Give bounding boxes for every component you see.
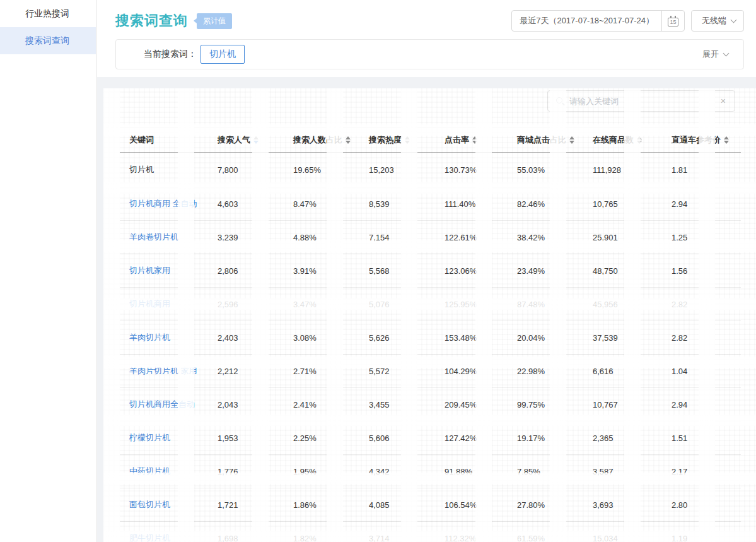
- table-row: 切片机商用2,5963.47%5,076125.95%87.48%45,9562…: [120, 288, 741, 321]
- value-cell: 2,403: [218, 333, 293, 343]
- value-cell: 3,693: [593, 500, 672, 510]
- sort-icon[interactable]: [637, 136, 642, 144]
- value-cell: 7,154: [369, 233, 445, 242]
- keyword-cell[interactable]: 面包切片机: [129, 499, 218, 510]
- column-label: 搜索人气: [218, 134, 250, 146]
- value-cell: 112.32%: [445, 534, 517, 542]
- sort-icon[interactable]: [253, 136, 259, 144]
- column-header-search-popularity[interactable]: 搜索人气: [218, 134, 293, 146]
- value-cell: 91.88%: [445, 467, 517, 476]
- keyword-cell[interactable]: 肥牛切片机: [129, 533, 218, 542]
- value-cell: 3.47%: [293, 300, 369, 309]
- column-header-online-products[interactable]: 在线商品数: [593, 134, 672, 146]
- value-cell: 3.08%: [293, 333, 369, 343]
- column-label: 直通车参考价: [672, 134, 721, 146]
- page-title: 搜索词查询: [115, 11, 188, 30]
- sidebar-item-search-word-query[interactable]: 搜索词查询: [0, 27, 96, 54]
- value-cell: 1,953: [218, 433, 293, 443]
- keyword-search-input[interactable]: [569, 97, 719, 106]
- value-cell: 1.86%: [293, 500, 369, 510]
- value-cell: 45,956: [593, 300, 672, 309]
- value-cell: 25,901: [593, 233, 672, 242]
- value-cell: 6,616: [593, 367, 672, 376]
- column-header-search-heat[interactable]: 搜索热度: [369, 134, 445, 146]
- table-row: 羊肉切片机2,4033.08%5,626153.48%20.04%37,5392…: [120, 321, 741, 355]
- value-cell: 19.65%: [293, 165, 369, 175]
- value-cell: 5,626: [369, 333, 445, 343]
- keyword-cell[interactable]: 中药切片机: [129, 466, 218, 477]
- value-cell: 4,085: [369, 500, 445, 510]
- value-cell: 130.73%: [445, 165, 517, 175]
- value-cell: 19.17%: [517, 433, 593, 443]
- column-header-search-user-ratio[interactable]: 搜索人数占比: [293, 134, 369, 146]
- value-cell: 22.98%: [517, 367, 593, 376]
- value-cell: 2.25%: [293, 433, 369, 443]
- sort-icon[interactable]: [724, 136, 729, 144]
- date-range-text: 最近7天（2017-07-18~2017-07-24）: [512, 15, 661, 27]
- sort-icon[interactable]: [405, 136, 410, 144]
- value-cell: 1,721: [218, 500, 293, 510]
- clear-search-icon[interactable]: ×: [719, 96, 727, 106]
- sort-icon[interactable]: [472, 136, 477, 144]
- sort-icon[interactable]: [346, 136, 351, 144]
- keyword-cell[interactable]: 切片机家用: [129, 265, 218, 276]
- value-cell: 15,203: [369, 165, 445, 175]
- column-header-mall-click-ratio[interactable]: 商城点击占比: [517, 134, 593, 146]
- sort-icon[interactable]: [569, 136, 574, 144]
- column-label: 关键词: [129, 134, 154, 146]
- value-cell: 2.80: [672, 500, 741, 510]
- value-cell: 5,568: [369, 266, 445, 276]
- expand-toggle[interactable]: 展开: [702, 49, 728, 60]
- column-header-keyword: 关键词: [129, 134, 218, 146]
- keyword-cell[interactable]: 切片机商用 全自动: [129, 198, 218, 209]
- value-cell: 3.91%: [293, 266, 369, 276]
- value-cell: 5,076: [369, 300, 445, 309]
- value-cell: 27.80%: [517, 500, 593, 510]
- table-row: 切片机家用2,8063.91%5,568123.06%23.49%48,7501…: [120, 254, 741, 288]
- date-range-picker[interactable]: 最近7天（2017-07-18~2017-07-24） 15: [511, 10, 685, 32]
- value-cell: 2,806: [218, 266, 293, 276]
- value-cell: 111.40%: [445, 199, 517, 209]
- sidebar-item-industry-hot-words[interactable]: 行业热搜词: [0, 0, 96, 27]
- search-row: ×: [103, 88, 756, 112]
- value-cell: 5,572: [369, 367, 445, 376]
- calendar-icon[interactable]: 15: [661, 11, 684, 31]
- value-cell: 3,587: [593, 467, 672, 476]
- value-cell: 1.19: [672, 534, 741, 542]
- value-cell: 4,342: [369, 467, 445, 476]
- column-header-ztc-reference-price[interactable]: 直通车参考价: [672, 134, 741, 146]
- value-cell: 15,034: [593, 534, 672, 542]
- search-icon: [555, 97, 564, 105]
- keyword-cell[interactable]: 切片机商用: [129, 298, 218, 310]
- value-cell: 1.82%: [293, 534, 369, 542]
- column-label: 商城点击占比: [517, 134, 566, 146]
- main-area: 搜索词查询 累计值 最近7天（2017-07-18~2017-07-24） 15…: [97, 0, 756, 542]
- table-row: 切片机商用全自动2,0432.41%3,455209.45%99.75%10,7…: [120, 388, 741, 421]
- value-cell: 123.06%: [445, 266, 517, 276]
- value-cell: 2,596: [218, 300, 293, 309]
- current-search-word-chip[interactable]: 切片机: [201, 45, 245, 64]
- value-cell: 104.29%: [445, 367, 517, 376]
- keyword-cell[interactable]: 切片机商用全自动: [129, 399, 218, 410]
- keyword-cell[interactable]: 柠檬切片机: [129, 432, 218, 444]
- table-body: 切片机7,80019.65%15,203130.73%55.03%111,928…: [120, 153, 741, 542]
- value-cell: 8.47%: [293, 199, 369, 209]
- value-cell: 2.94: [672, 400, 741, 409]
- keyword-search-box[interactable]: ×: [547, 90, 735, 112]
- value-cell: 82.46%: [517, 199, 593, 209]
- keyword-cell[interactable]: 羊肉卷切片机: [129, 232, 218, 243]
- column-label: 点击率: [445, 134, 469, 146]
- column-label: 搜索人数占比: [293, 134, 342, 146]
- terminal-dropdown[interactable]: 无线端: [691, 10, 744, 32]
- value-cell: 1.04: [672, 367, 741, 376]
- column-header-click-rate[interactable]: 点击率: [445, 134, 517, 146]
- keyword-cell[interactable]: 羊肉切片机: [129, 332, 218, 343]
- value-cell: 10,767: [593, 400, 672, 409]
- table-row: 肥牛切片机1,6981.82%3,714112.32%61.59%15,0341…: [120, 522, 741, 542]
- keyword-cell[interactable]: 羊肉片切片机 家用: [129, 365, 218, 377]
- value-cell: 1,776: [218, 467, 293, 476]
- value-cell: 1.95%: [293, 467, 369, 476]
- value-cell: 48,750: [593, 266, 672, 276]
- cumulative-value-badge: 累计值: [197, 13, 232, 29]
- value-cell: 10,765: [593, 199, 672, 209]
